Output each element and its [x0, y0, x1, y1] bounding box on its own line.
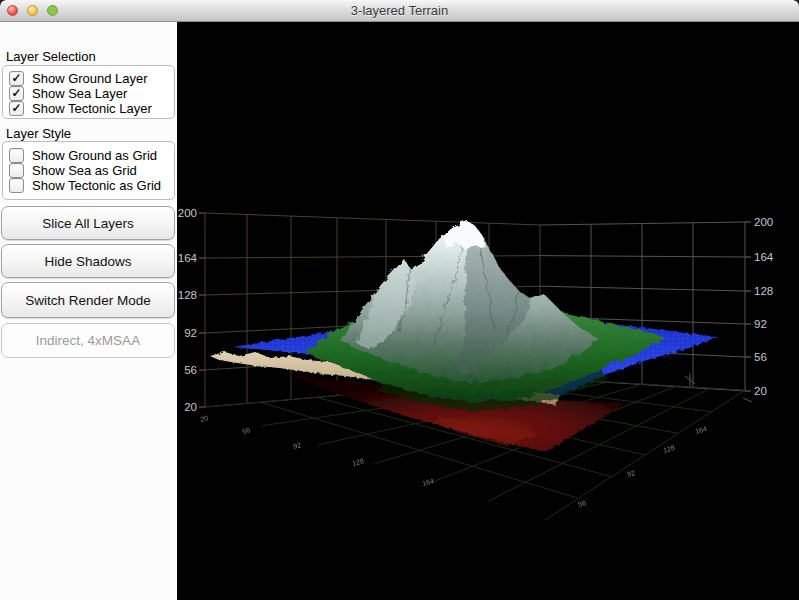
svg-text:128: 128 — [178, 289, 197, 301]
checkbox-label: Show Tectonic Layer — [32, 101, 152, 116]
hide-shadows-button[interactable]: Hide Shadows — [1, 244, 175, 278]
checkbox-show-ground-as-grid[interactable]: ✓ — [9, 148, 24, 163]
svg-text:56: 56 — [754, 351, 767, 363]
svg-text:56: 56 — [184, 364, 197, 376]
checkbox-label: Show Sea as Grid — [32, 163, 137, 178]
check-icon: ✓ — [11, 87, 21, 99]
checkbox-show-tectonic-layer[interactable]: ✓ — [9, 101, 24, 116]
row-show-sea-layer[interactable]: ✓ Show Sea Layer — [9, 86, 127, 101]
checkbox-label: Show Ground as Grid — [32, 148, 157, 163]
checkbox-label: Show Ground Layer — [32, 71, 148, 86]
switch-render-mode-button[interactable]: Switch Render Mode — [1, 282, 175, 318]
checkbox-show-tectonic-as-grid[interactable]: ✓ — [9, 178, 24, 193]
terrain-3d-view[interactable]: 20 56 92 128 164 164 128 92 56 — [177, 22, 799, 600]
checkbox-show-sea-as-grid[interactable]: ✓ — [9, 163, 24, 178]
checkbox-label: Show Sea Layer — [32, 86, 127, 101]
row-show-tectonic-as-grid[interactable]: ✓ Show Tectonic as Grid — [9, 178, 161, 193]
row-show-tectonic-layer[interactable]: ✓ Show Tectonic Layer — [9, 101, 152, 116]
row-show-ground-as-grid[interactable]: ✓ Show Ground as Grid — [9, 148, 157, 163]
title-bar: 3-layered Terrain — [0, 0, 799, 22]
row-show-ground-layer[interactable]: ✓ Show Ground Layer — [9, 71, 148, 86]
svg-text:164: 164 — [178, 252, 198, 264]
svg-text:200: 200 — [754, 216, 773, 228]
svg-text:164: 164 — [754, 251, 774, 263]
checkbox-show-sea-layer[interactable]: ✓ — [9, 86, 24, 101]
checkbox-show-ground-layer[interactable]: ✓ — [9, 71, 24, 86]
svg-text:92: 92 — [184, 327, 197, 339]
svg-text:92: 92 — [754, 318, 767, 330]
svg-text:20: 20 — [754, 385, 767, 397]
render-mode-status: Indirect, 4xMSAA — [1, 323, 175, 358]
window-title: 3-layered Terrain — [0, 0, 799, 21]
terrain-scene: 20 56 92 128 164 164 128 92 56 — [177, 22, 799, 600]
section-title-layer-selection: Layer Selection — [6, 49, 96, 64]
app-window: 3-layered Terrain Layer Selection ✓ Show… — [0, 0, 799, 600]
control-sidebar: Layer Selection ✓ Show Ground Layer ✓ Sh… — [0, 22, 177, 600]
row-show-sea-as-grid[interactable]: ✓ Show Sea as Grid — [9, 163, 137, 178]
svg-text:128: 128 — [754, 285, 773, 297]
checkbox-label: Show Tectonic as Grid — [32, 178, 161, 193]
svg-text:20: 20 — [184, 401, 197, 413]
slice-all-layers-button[interactable]: Slice All Layers — [1, 206, 175, 240]
svg-text:200: 200 — [178, 207, 197, 219]
section-title-layer-style: Layer Style — [6, 126, 71, 141]
check-icon: ✓ — [11, 102, 21, 114]
check-icon: ✓ — [11, 72, 21, 84]
